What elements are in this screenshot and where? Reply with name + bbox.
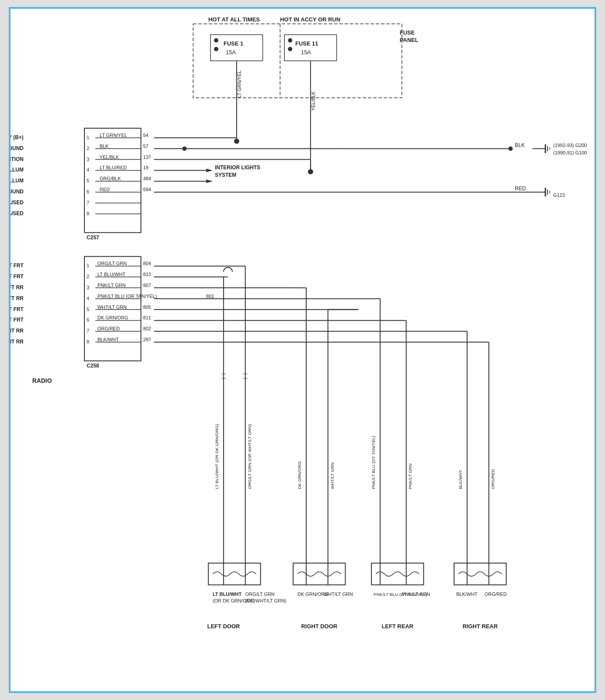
svg-text:805: 805 xyxy=(143,304,151,310)
svg-text:ORG/LT GRN: ORG/LT GRN xyxy=(245,592,275,597)
svg-text:137: 137 xyxy=(143,154,151,160)
svg-text:807: 807 xyxy=(143,283,151,288)
svg-text:LT BLU/WHT (OR DK GRN/ORG): LT BLU/WHT (OR DK GRN/ORG) xyxy=(214,424,219,489)
svg-text:BLK/WHT: BLK/WHT xyxy=(458,470,463,489)
svg-text:RIGHT REAR: RIGHT REAR xyxy=(462,623,498,630)
svg-text:4: 4 xyxy=(87,296,89,301)
svg-text:LEFT FRT: LEFT FRT xyxy=(10,273,24,280)
svg-text:(OR WHT/LT GRN): (OR WHT/LT GRN) xyxy=(245,598,287,603)
svg-text:811: 811 xyxy=(143,315,151,320)
svg-text:PNK/LT GRN: PNK/LT GRN xyxy=(408,463,413,489)
svg-text:LT GRN/YEL: LT GRN/YEL xyxy=(100,133,127,138)
svg-text:3: 3 xyxy=(87,157,89,162)
svg-text:4: 4 xyxy=(87,167,89,172)
svg-text:G123: G123 xyxy=(553,192,565,198)
svg-text:7: 7 xyxy=(87,328,89,333)
fuse-panel-label: FUSE xyxy=(400,29,415,36)
svg-text:BLK: BLK xyxy=(515,142,525,148)
svg-text:ILLUM: ILLUM xyxy=(10,167,24,173)
svg-text:FUSE 11: FUSE 11 xyxy=(295,40,318,47)
svg-text:LEFT FRT: LEFT FRT xyxy=(10,262,24,269)
svg-point-60 xyxy=(182,147,187,151)
svg-text:PNK/LT GRN: PNK/LT GRN xyxy=(98,283,126,288)
svg-text:RIGHT RR: RIGHT RR xyxy=(10,339,24,345)
svg-text:NOT USED: NOT USED xyxy=(10,200,24,206)
svg-text:RED: RED xyxy=(515,186,526,192)
svg-text:GROUND: GROUND xyxy=(10,145,24,151)
svg-text:RIGHT RR: RIGHT RR xyxy=(10,328,24,334)
svg-text:IGNITION: IGNITION xyxy=(10,156,24,162)
svg-text:54: 54 xyxy=(143,133,148,138)
svg-text:287: 287 xyxy=(143,337,151,342)
fuse-panel-label2: PANEL xyxy=(400,37,419,43)
svg-text:LT BLU/WHT: LT BLU/WHT xyxy=(213,592,241,597)
svg-text:FUSE 1: FUSE 1 xyxy=(224,40,243,47)
svg-text:7: 7 xyxy=(87,200,89,205)
svg-text:RED: RED xyxy=(100,187,110,192)
svg-text:802: 802 xyxy=(143,326,151,331)
svg-text:BLK/WHT: BLK/WHT xyxy=(456,592,478,597)
svg-text:YEL/BLK: YEL/BLK xyxy=(100,154,119,160)
svg-text:PNK/LT GRN: PNK/LT GRN xyxy=(402,592,430,597)
svg-text:804: 804 xyxy=(143,261,151,266)
svg-text:3: 3 xyxy=(87,285,89,290)
svg-text:1: 1 xyxy=(87,263,89,268)
svg-text:WHT/LT GRN: WHT/LT GRN xyxy=(98,304,127,310)
svg-text:6: 6 xyxy=(87,317,89,322)
diagram-container: HOT AT ALL TIMES HOT IN ACCY OR RUN FUSE… xyxy=(9,7,596,693)
svg-text:5: 5 xyxy=(87,178,89,183)
svg-text:484: 484 xyxy=(143,176,151,181)
svg-text:PNK/LT BLU (OT TAN/YEL): PNK/LT BLU (OT TAN/YEL) xyxy=(371,436,376,489)
svg-text:2: 2 xyxy=(87,274,89,279)
svg-text:BLK/WHT: BLK/WHT xyxy=(98,337,119,342)
svg-text:15A: 15A xyxy=(226,49,236,56)
diagram-inner: HOT AT ALL TIMES HOT IN ACCY OR RUN FUSE… xyxy=(10,9,595,691)
svg-text:RIGHT FRT: RIGHT FRT xyxy=(10,317,24,323)
svg-text:LEFT REAR: LEFT REAR xyxy=(381,623,413,630)
svg-text:6: 6 xyxy=(87,189,89,194)
svg-text:ORG/RED: ORG/RED xyxy=(490,469,495,489)
hot-in-accy-label: HOT IN ACCY OR RUN xyxy=(280,16,340,23)
svg-text:SYSTEM: SYSTEM xyxy=(215,172,236,178)
svg-text:ORG/BLK: ORG/BLK xyxy=(100,176,121,181)
svg-text:5: 5 xyxy=(87,307,89,312)
svg-text:INTERIOR LIGHTS: INTERIOR LIGHTS xyxy=(215,164,260,171)
svg-point-11 xyxy=(288,47,292,51)
svg-text:8: 8 xyxy=(87,339,89,344)
svg-text:(1990-91) G100: (1990-91) G100 xyxy=(553,150,587,155)
svg-text:NOT USED: NOT USED xyxy=(10,210,24,217)
svg-text:C258: C258 xyxy=(87,363,99,369)
svg-text:C257: C257 xyxy=(87,234,99,241)
svg-text:PNK/LT BLU (OR TAN/YEL): PNK/LT BLU (OR TAN/YEL) xyxy=(98,294,157,299)
svg-text:RIGHT DOOR: RIGHT DOOR xyxy=(301,623,338,630)
svg-text:RADIO: RADIO xyxy=(32,377,52,384)
svg-text:ORG/LT GRN: ORG/LT GRN xyxy=(98,261,127,266)
svg-point-7 xyxy=(214,38,218,42)
svg-text:YEL/BLK: YEL/BLK xyxy=(311,91,316,111)
svg-text:LT BLU/RED: LT BLU/RED xyxy=(100,165,127,170)
svg-text:2: 2 xyxy=(87,146,89,151)
svg-text:694: 694 xyxy=(143,187,151,192)
svg-text:LT BLU/WHT: LT BLU/WHT xyxy=(98,272,126,277)
svg-text:1: 1 xyxy=(87,135,89,140)
svg-text:15A: 15A xyxy=(301,49,311,56)
svg-text:ILLUM: ILLUM xyxy=(10,178,24,184)
svg-text:WHT/LT GRN: WHT/LT GRN xyxy=(324,592,353,597)
svg-rect-0 xyxy=(10,11,595,690)
svg-text:813: 813 xyxy=(143,272,151,277)
svg-text:LT GRN/YEL: LT GRN/YEL xyxy=(237,70,242,98)
svg-text:19: 19 xyxy=(143,165,148,170)
svg-text:ORG/RED: ORG/RED xyxy=(485,592,507,597)
svg-point-12 xyxy=(288,38,292,42)
svg-text:BATTERY (B+): BATTERY (B+) xyxy=(10,134,24,140)
svg-text:DK GRN/ORG: DK GRN/ORG xyxy=(98,315,128,320)
svg-text:DK GRN/ORG: DK GRN/ORG xyxy=(297,461,302,489)
svg-text:GROUND: GROUND xyxy=(10,189,24,195)
svg-point-6 xyxy=(214,47,218,51)
svg-text:RIGHT FRT: RIGHT FRT xyxy=(10,306,24,312)
svg-text:ORG/LT GRN (OR WHT/LT GRN): ORG/LT GRN (OR WHT/LT GRN) xyxy=(247,424,252,489)
svg-text:WHT/LT GRN: WHT/LT GRN xyxy=(330,462,335,489)
svg-text:LEFT RR: LEFT RR xyxy=(10,295,24,301)
svg-point-62 xyxy=(508,147,513,151)
svg-text:LEFT DOOR: LEFT DOOR xyxy=(207,623,240,630)
